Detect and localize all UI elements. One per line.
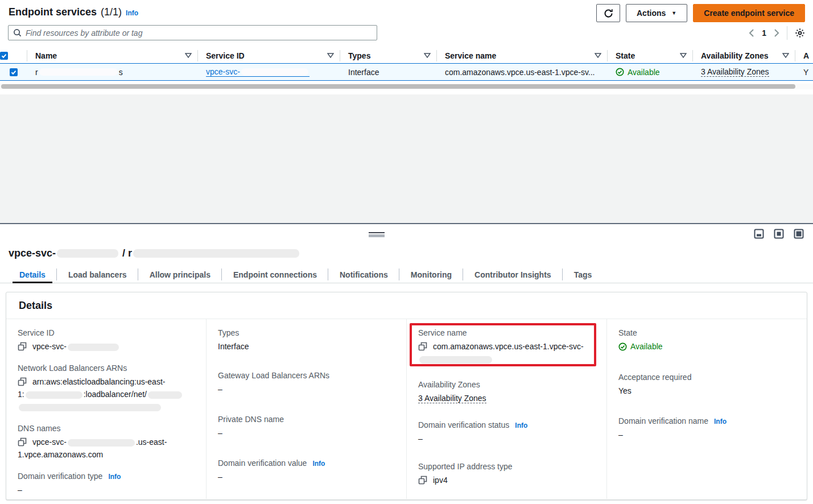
field-label: Network Load Balancers ARNs [18,363,195,373]
redaction [26,391,82,399]
column-header-name[interactable]: Name [27,50,198,61]
tab-tags[interactable]: Tags [563,266,604,283]
copy-icon[interactable] [418,476,427,485]
copy-icon[interactable] [18,437,27,447]
field-domain-verification-status: Domain verification status Info – [418,420,595,445]
column-label: State [616,51,635,60]
tab-allow-principals[interactable]: Allow principals [138,266,222,283]
horizontal-scrollbar-thumb[interactable] [1,84,795,89]
tab-label: Allow principals [150,270,211,279]
filter-icon[interactable] [424,53,431,58]
filter-icon[interactable] [327,53,334,58]
toolbar: Actions ▼ Create endpoint service [596,4,805,22]
column-label: A [803,51,809,60]
select-all-cell [0,50,27,61]
info-link[interactable]: Info [312,460,325,468]
table-header-row: Name Service ID Types Service name State… [0,48,813,63]
field-state: State Available [618,328,795,354]
field-domain-verification-name: Domain verification name Info – [618,416,795,441]
panel-title-separator: / [119,247,128,259]
actions-button[interactable]: Actions ▼ [626,4,687,22]
tab-load-balancers[interactable]: Load balancers [57,266,138,283]
split-panel-drag-handle[interactable] [369,232,385,237]
field-label: Private DNS name [218,415,395,424]
panel-title-service-id: vpce-svc- [9,247,56,259]
column-header-availability-zones[interactable]: Availability Zones [693,50,795,61]
arn-text: arn:aws:elasticloadbalancing:us-east- [32,377,165,386]
info-link[interactable]: Info [126,9,138,17]
split-panel: vpce-svc- / r Details Load balancers All… [0,224,813,504]
field-value: ipv4 [418,474,595,486]
field-domain-verification-value: Domain verification value Info – [218,458,395,483]
copy-icon[interactable] [418,342,427,351]
refresh-button[interactable] [596,4,620,22]
tab-notifications[interactable]: Notifications [328,266,399,283]
column-header-service-name[interactable]: Service name [437,50,608,61]
search-input[interactable] [26,28,372,38]
row-acceptance-cell: Y [795,68,813,77]
field-value: – [418,432,595,445]
field-domain-verification-type: Domain verification type Info – [18,472,195,496]
availability-zones-popover[interactable]: 3 Availability Zones [701,67,769,77]
tab-details[interactable]: Details [8,266,57,283]
field-value: Interface [218,340,395,353]
column-header-service-id[interactable]: Service ID [198,50,340,61]
select-all-checkbox[interactable] [0,52,8,60]
copy-icon[interactable] [18,342,27,351]
filter-icon[interactable] [185,53,192,58]
prev-page-button[interactable] [749,29,754,37]
tab-endpoint-connections[interactable]: Endpoint connections [222,266,328,283]
split-panel-size-controls [754,229,804,239]
row-checkbox[interactable] [10,68,18,76]
details-column-4: State Available Acceptance required Yes … [606,319,807,499]
field-dns-names: DNS names vpce-svc-.us-east-1.vpce.amazo… [18,424,195,461]
create-endpoint-service-button[interactable]: Create endpoint service [693,4,805,22]
acceptance-text: Y [803,68,808,77]
field-value: vpce-svc-.us-east-1.vpce.amazonaws.com [18,436,195,461]
dns-text: 1.vpce.amazonaws.com [18,450,103,459]
field-label-text: Domain verification value [218,458,307,468]
column-label: Availability Zones [701,51,769,60]
copy-icon[interactable] [18,377,27,386]
details-column-2: Types Interface Gateway Load Balancers A… [206,319,406,499]
current-page[interactable]: 1 [762,28,766,38]
field-label: Domain verification name Info [618,416,795,425]
availability-zones-popover[interactable]: 3 Availability Zones [418,394,486,403]
field-acceptance-required: Acceptance required Yes [618,373,795,397]
service-id-link[interactable]: vpce-svc- [206,67,309,77]
info-link[interactable]: Info [714,418,727,425]
state-badge: Available [618,340,663,353]
tab-monitoring[interactable]: Monitoring [399,266,463,283]
check-icon [1,53,7,59]
panel-title-service-name: r [128,247,132,259]
redaction [68,344,119,351]
chevron-right-icon [774,29,779,37]
ip-type-value: ipv4 [433,476,448,485]
redaction [241,68,308,76]
panel-bottom-small-icon[interactable] [754,229,764,239]
table-row[interactable]: rs vpce-svc- Interface com.amazonaws.vpc… [0,63,813,81]
redaction [19,404,161,411]
tab-contributor-insights[interactable]: Contributor Insights [463,266,563,283]
column-header-acceptance[interactable]: A [795,50,813,61]
field-label: Service name [418,328,595,337]
filter-icon[interactable] [595,53,601,58]
service-id-text: vpce-svc- [206,67,240,76]
column-header-types[interactable]: Types [340,50,437,61]
horizontal-scrollbar-track [0,84,813,89]
check-circle-icon [618,342,627,351]
arn-text: 1: [18,390,24,399]
resource-count: (1/1) [101,6,122,18]
info-link[interactable]: Info [108,473,121,481]
service-id-value: vpce-svc- [32,342,67,351]
table-preferences-button[interactable] [795,28,805,38]
field-label: State [618,328,795,337]
info-link[interactable]: Info [515,422,527,429]
filter-icon[interactable] [680,53,687,58]
panel-full-icon[interactable] [794,229,804,239]
filter-icon[interactable] [782,53,789,58]
column-header-state[interactable]: State [608,50,693,61]
next-page-button[interactable] [774,29,779,37]
panel-bottom-medium-icon[interactable] [774,229,784,239]
field-value: – [618,428,795,441]
